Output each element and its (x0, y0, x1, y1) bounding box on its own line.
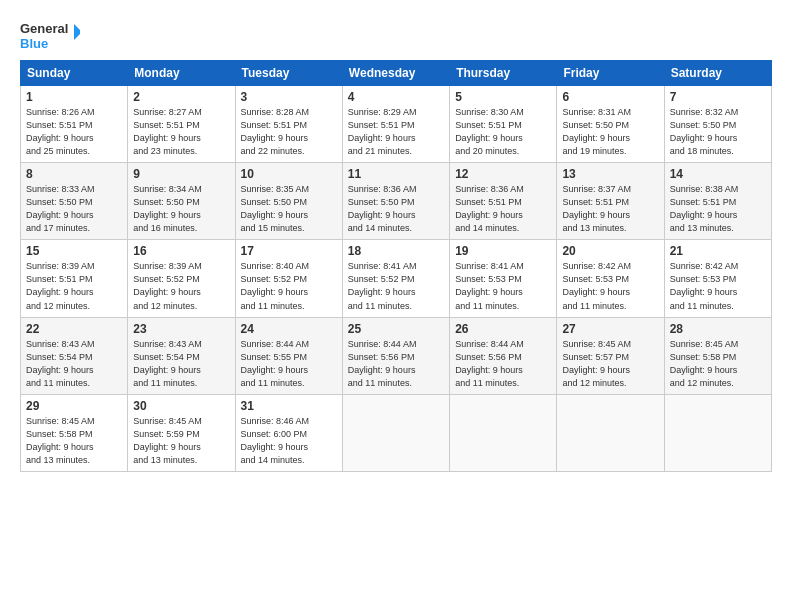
calendar-cell: 28Sunrise: 8:45 AM Sunset: 5:58 PM Dayli… (664, 317, 771, 394)
day-info: Sunrise: 8:45 AM Sunset: 5:58 PM Dayligh… (670, 338, 766, 390)
day-info: Sunrise: 8:39 AM Sunset: 5:51 PM Dayligh… (26, 260, 122, 312)
day-info: Sunrise: 8:43 AM Sunset: 5:54 PM Dayligh… (26, 338, 122, 390)
svg-text:General: General (20, 21, 68, 36)
logo-svg: General Blue (20, 18, 80, 54)
calendar-cell: 11Sunrise: 8:36 AM Sunset: 5:50 PM Dayli… (342, 163, 449, 240)
calendar-cell (450, 394, 557, 471)
day-info: Sunrise: 8:42 AM Sunset: 5:53 PM Dayligh… (670, 260, 766, 312)
day-info: Sunrise: 8:39 AM Sunset: 5:52 PM Dayligh… (133, 260, 229, 312)
day-info: Sunrise: 8:44 AM Sunset: 5:55 PM Dayligh… (241, 338, 337, 390)
day-info: Sunrise: 8:36 AM Sunset: 5:50 PM Dayligh… (348, 183, 444, 235)
calendar-cell: 18Sunrise: 8:41 AM Sunset: 5:52 PM Dayli… (342, 240, 449, 317)
calendar-cell (557, 394, 664, 471)
weekday-header-sunday: Sunday (21, 61, 128, 86)
day-number: 1 (26, 90, 122, 104)
day-info: Sunrise: 8:43 AM Sunset: 5:54 PM Dayligh… (133, 338, 229, 390)
day-number: 22 (26, 322, 122, 336)
day-number: 9 (133, 167, 229, 181)
day-number: 10 (241, 167, 337, 181)
day-number: 30 (133, 399, 229, 413)
calendar-cell: 8Sunrise: 8:33 AM Sunset: 5:50 PM Daylig… (21, 163, 128, 240)
day-info: Sunrise: 8:46 AM Sunset: 6:00 PM Dayligh… (241, 415, 337, 467)
calendar-cell: 27Sunrise: 8:45 AM Sunset: 5:57 PM Dayli… (557, 317, 664, 394)
day-number: 23 (133, 322, 229, 336)
day-number: 25 (348, 322, 444, 336)
calendar-cell: 5Sunrise: 8:30 AM Sunset: 5:51 PM Daylig… (450, 86, 557, 163)
calendar-week-3: 15Sunrise: 8:39 AM Sunset: 5:51 PM Dayli… (21, 240, 772, 317)
day-number: 18 (348, 244, 444, 258)
day-number: 24 (241, 322, 337, 336)
day-info: Sunrise: 8:31 AM Sunset: 5:50 PM Dayligh… (562, 106, 658, 158)
calendar-cell: 19Sunrise: 8:41 AM Sunset: 5:53 PM Dayli… (450, 240, 557, 317)
day-info: Sunrise: 8:44 AM Sunset: 5:56 PM Dayligh… (348, 338, 444, 390)
day-number: 29 (26, 399, 122, 413)
day-info: Sunrise: 8:42 AM Sunset: 5:53 PM Dayligh… (562, 260, 658, 312)
calendar-cell: 21Sunrise: 8:42 AM Sunset: 5:53 PM Dayli… (664, 240, 771, 317)
day-number: 2 (133, 90, 229, 104)
day-info: Sunrise: 8:45 AM Sunset: 5:57 PM Dayligh… (562, 338, 658, 390)
day-info: Sunrise: 8:33 AM Sunset: 5:50 PM Dayligh… (26, 183, 122, 235)
day-number: 17 (241, 244, 337, 258)
day-info: Sunrise: 8:30 AM Sunset: 5:51 PM Dayligh… (455, 106, 551, 158)
calendar-cell: 29Sunrise: 8:45 AM Sunset: 5:58 PM Dayli… (21, 394, 128, 471)
calendar-week-5: 29Sunrise: 8:45 AM Sunset: 5:58 PM Dayli… (21, 394, 772, 471)
day-info: Sunrise: 8:45 AM Sunset: 5:58 PM Dayligh… (26, 415, 122, 467)
day-number: 6 (562, 90, 658, 104)
day-number: 5 (455, 90, 551, 104)
day-info: Sunrise: 8:27 AM Sunset: 5:51 PM Dayligh… (133, 106, 229, 158)
day-number: 4 (348, 90, 444, 104)
day-number: 16 (133, 244, 229, 258)
calendar-cell: 20Sunrise: 8:42 AM Sunset: 5:53 PM Dayli… (557, 240, 664, 317)
calendar-cell: 14Sunrise: 8:38 AM Sunset: 5:51 PM Dayli… (664, 163, 771, 240)
calendar-cell: 9Sunrise: 8:34 AM Sunset: 5:50 PM Daylig… (128, 163, 235, 240)
calendar-cell: 7Sunrise: 8:32 AM Sunset: 5:50 PM Daylig… (664, 86, 771, 163)
day-number: 14 (670, 167, 766, 181)
day-info: Sunrise: 8:35 AM Sunset: 5:50 PM Dayligh… (241, 183, 337, 235)
day-number: 19 (455, 244, 551, 258)
day-info: Sunrise: 8:28 AM Sunset: 5:51 PM Dayligh… (241, 106, 337, 158)
calendar-cell: 31Sunrise: 8:46 AM Sunset: 6:00 PM Dayli… (235, 394, 342, 471)
header: General Blue (20, 18, 772, 54)
logo: General Blue (20, 18, 80, 54)
calendar-cell: 6Sunrise: 8:31 AM Sunset: 5:50 PM Daylig… (557, 86, 664, 163)
calendar-cell: 10Sunrise: 8:35 AM Sunset: 5:50 PM Dayli… (235, 163, 342, 240)
day-number: 26 (455, 322, 551, 336)
calendar-cell: 1Sunrise: 8:26 AM Sunset: 5:51 PM Daylig… (21, 86, 128, 163)
calendar-cell: 30Sunrise: 8:45 AM Sunset: 5:59 PM Dayli… (128, 394, 235, 471)
calendar-cell: 22Sunrise: 8:43 AM Sunset: 5:54 PM Dayli… (21, 317, 128, 394)
page-container: General Blue SundayMondayTuesdayWednesda… (0, 0, 792, 482)
weekday-header-friday: Friday (557, 61, 664, 86)
weekday-header-row: SundayMondayTuesdayWednesdayThursdayFrid… (21, 61, 772, 86)
weekday-header-monday: Monday (128, 61, 235, 86)
calendar-week-4: 22Sunrise: 8:43 AM Sunset: 5:54 PM Dayli… (21, 317, 772, 394)
calendar-cell: 2Sunrise: 8:27 AM Sunset: 5:51 PM Daylig… (128, 86, 235, 163)
day-info: Sunrise: 8:32 AM Sunset: 5:50 PM Dayligh… (670, 106, 766, 158)
day-number: 31 (241, 399, 337, 413)
day-number: 13 (562, 167, 658, 181)
day-number: 12 (455, 167, 551, 181)
day-number: 27 (562, 322, 658, 336)
day-number: 20 (562, 244, 658, 258)
day-info: Sunrise: 8:29 AM Sunset: 5:51 PM Dayligh… (348, 106, 444, 158)
calendar-cell: 24Sunrise: 8:44 AM Sunset: 5:55 PM Dayli… (235, 317, 342, 394)
calendar-table: SundayMondayTuesdayWednesdayThursdayFrid… (20, 60, 772, 472)
calendar-cell: 16Sunrise: 8:39 AM Sunset: 5:52 PM Dayli… (128, 240, 235, 317)
day-info: Sunrise: 8:41 AM Sunset: 5:53 PM Dayligh… (455, 260, 551, 312)
day-info: Sunrise: 8:34 AM Sunset: 5:50 PM Dayligh… (133, 183, 229, 235)
day-number: 28 (670, 322, 766, 336)
calendar-cell (664, 394, 771, 471)
calendar-cell: 13Sunrise: 8:37 AM Sunset: 5:51 PM Dayli… (557, 163, 664, 240)
day-info: Sunrise: 8:36 AM Sunset: 5:51 PM Dayligh… (455, 183, 551, 235)
calendar-cell: 3Sunrise: 8:28 AM Sunset: 5:51 PM Daylig… (235, 86, 342, 163)
day-info: Sunrise: 8:38 AM Sunset: 5:51 PM Dayligh… (670, 183, 766, 235)
weekday-header-saturday: Saturday (664, 61, 771, 86)
day-number: 11 (348, 167, 444, 181)
calendar-cell (342, 394, 449, 471)
weekday-header-wednesday: Wednesday (342, 61, 449, 86)
weekday-header-tuesday: Tuesday (235, 61, 342, 86)
calendar-cell: 26Sunrise: 8:44 AM Sunset: 5:56 PM Dayli… (450, 317, 557, 394)
day-info: Sunrise: 8:37 AM Sunset: 5:51 PM Dayligh… (562, 183, 658, 235)
calendar-cell: 23Sunrise: 8:43 AM Sunset: 5:54 PM Dayli… (128, 317, 235, 394)
calendar-cell: 12Sunrise: 8:36 AM Sunset: 5:51 PM Dayli… (450, 163, 557, 240)
day-info: Sunrise: 8:45 AM Sunset: 5:59 PM Dayligh… (133, 415, 229, 467)
